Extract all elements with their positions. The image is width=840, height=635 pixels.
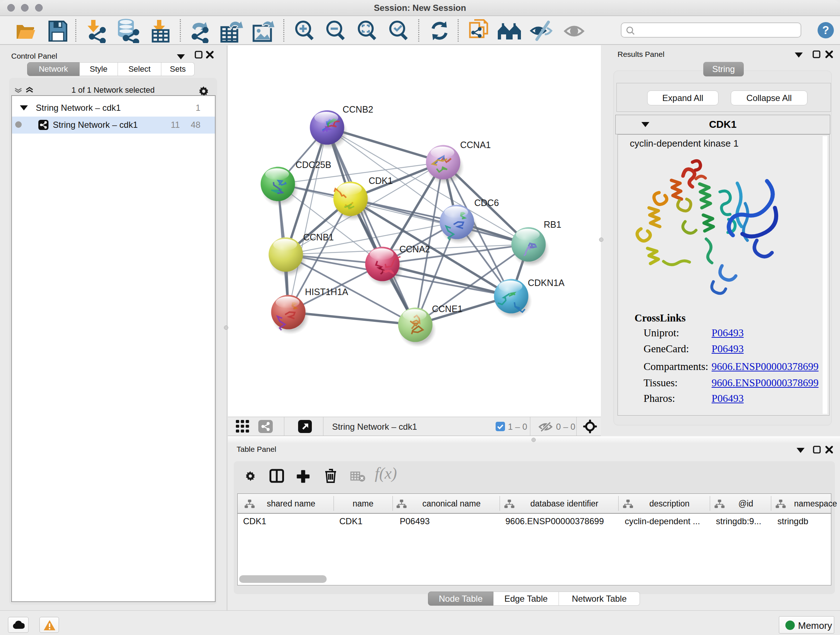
svg-text:CCNB1: CCNB1 bbox=[303, 232, 334, 242]
svg-text:CDKN1A: CDKN1A bbox=[528, 278, 565, 288]
svg-text:CCNB2: CCNB2 bbox=[343, 104, 373, 114]
svg-text:CCNA2: CCNA2 bbox=[399, 244, 430, 254]
svg-text:CCNE1: CCNE1 bbox=[432, 304, 463, 314]
svg-text:CCNA1: CCNA1 bbox=[460, 140, 491, 150]
svg-text:RB1: RB1 bbox=[544, 219, 561, 230]
svg-text:HIST1H1A: HIST1H1A bbox=[305, 287, 348, 297]
svg-text:CDC25B: CDC25B bbox=[295, 160, 332, 170]
svg-text:CDK1: CDK1 bbox=[369, 176, 393, 186]
svg-text:CDC6: CDC6 bbox=[474, 198, 499, 208]
